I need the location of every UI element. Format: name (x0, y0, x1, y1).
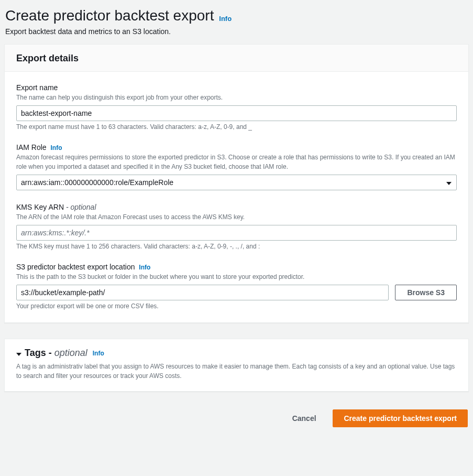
tags-desc: A tag is an administrativ label that you… (16, 362, 457, 381)
page-subtitle: Export backtest data and metrics to an S… (5, 27, 469, 36)
s3-location-group: S3 predictor backtest export location In… (16, 263, 457, 310)
caret-down-icon[interactable] (16, 349, 21, 358)
tags-title: Tags - optional (25, 348, 87, 359)
iam-role-group: IAM Role Info Amazon forecast requires p… (16, 143, 457, 190)
tags-header: Tags - optional Info (16, 348, 457, 359)
tags-panel: Tags - optional Info A tag is an adminis… (4, 339, 469, 392)
iam-role-info-link[interactable]: Info (50, 144, 62, 152)
iam-role-label: IAM Role Info (16, 143, 457, 152)
kms-key-label: KMS Key ARN - optional (16, 203, 457, 211)
export-details-panel: Export details Export name The name can … (4, 44, 469, 323)
s3-location-desc: This is the path to the S3 bucket or fol… (16, 272, 457, 282)
iam-role-label-text: IAM Role (16, 143, 47, 152)
export-name-input[interactable] (16, 105, 457, 121)
iam-role-select-value: arn:aws:iam::000000000000:role/ExampleRo… (16, 175, 457, 190)
kms-key-optional: - optional (66, 203, 96, 211)
iam-role-desc: Amazon forecast requires permissions to … (16, 153, 457, 171)
kms-key-group: KMS Key ARN - optional The ARN of the IA… (16, 203, 457, 250)
tags-optional: optional (54, 348, 87, 358)
tags-title-text: Tags - (25, 348, 54, 358)
cancel-button[interactable]: Cancel (282, 410, 327, 427)
kms-key-label-text: KMS Key ARN (16, 203, 64, 211)
page-title-info-link[interactable]: Info (219, 15, 232, 23)
s3-location-label-text: S3 predictor backtest export location (16, 263, 135, 271)
export-name-desc: The name can help you distinguish this e… (16, 93, 457, 102)
page-header: Create predictor backtest export Info Ex… (4, 5, 469, 44)
kms-key-desc: The ARN of the IAM role that Amazon Fore… (16, 212, 457, 222)
kms-key-constraint: The KMS key must have 1 to 256 character… (16, 243, 457, 250)
s3-location-info-link[interactable]: Info (139, 264, 150, 271)
export-name-label: Export name (16, 83, 457, 92)
export-details-body: Export name The name can help you distin… (5, 72, 468, 322)
s3-location-label: S3 predictor backtest export location In… (16, 263, 457, 271)
export-name-group: Export name The name can help you distin… (16, 83, 457, 131)
kms-key-input[interactable] (16, 225, 457, 241)
s3-location-input[interactable] (16, 285, 389, 300)
tags-info-link[interactable]: Info (93, 350, 104, 357)
export-name-constraint: The export name must have 1 to 63 charac… (16, 123, 457, 131)
iam-role-select[interactable]: arn:aws:iam::000000000000:role/ExampleRo… (16, 175, 457, 190)
s3-location-constraint: Your predictor export will be one or mor… (16, 302, 457, 310)
action-bar: Cancel Create predictor backtest export (4, 407, 469, 427)
create-button[interactable]: Create predictor backtest export (333, 409, 468, 427)
export-details-header: Export details (5, 45, 468, 72)
page-title: Create predictor backtest export (5, 7, 214, 24)
browse-s3-button[interactable]: Browse S3 (395, 285, 457, 300)
